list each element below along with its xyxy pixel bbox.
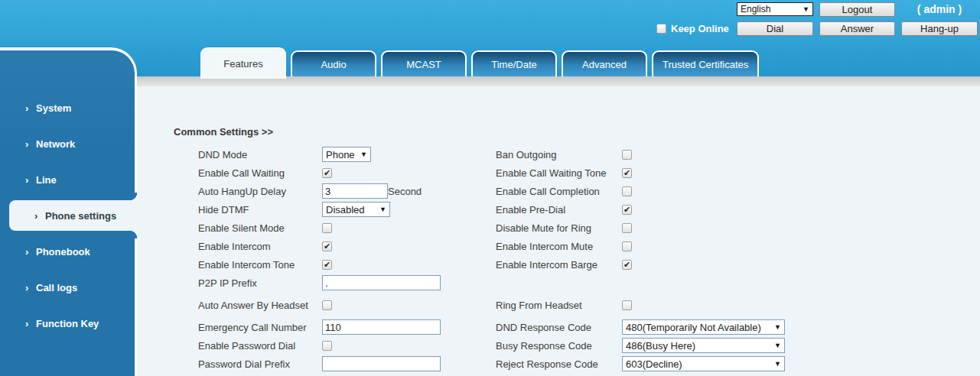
enable-intercom-checkbox[interactable]: ✔ [322, 241, 332, 251]
keep-online-checkbox[interactable] [656, 24, 666, 34]
sidebar-item-label: Phone settings [45, 210, 116, 222]
language-select[interactable]: English ▼ [737, 2, 813, 16]
form-row: Emergency Call NumberDND Response Code48… [198, 318, 785, 336]
form-field-cell: Phone▼ [322, 147, 496, 162]
enable-call-waiting-tone-label: Enable Call Waiting Tone [496, 167, 607, 179]
form-row: Enable Silent ModeDisable Mute for Ring [198, 219, 785, 237]
form-label-cell: Enable Call Waiting Tone [496, 167, 622, 179]
chevron-right-icon: › [25, 246, 33, 258]
emergency-call-number-label: Emergency Call Number [198, 322, 307, 333]
busy-response-code-select[interactable]: 486(Busy Here)▼ [622, 338, 785, 353]
sidebar-item-network[interactable]: ›Network [0, 126, 135, 162]
tab-audio[interactable]: Audio [291, 50, 376, 76]
ban-outgoing-checkbox[interactable] [622, 150, 632, 160]
dnd-mode-select[interactable]: Phone▼ [322, 147, 371, 162]
enable-password-dial-label: Enable Password Dial [198, 340, 295, 352]
auto-hangup-delay-label: Auto HangUp Delay [198, 186, 286, 197]
form-label-cell: Enable Intercom Barge [496, 259, 622, 271]
form-row: P2P IP Prefix [198, 274, 785, 292]
chevron-right-icon: › [25, 282, 33, 293]
form-field-cell: ✔ [322, 168, 496, 178]
form-field-cell [622, 223, 785, 233]
emergency-call-number-input[interactable] [322, 319, 441, 335]
ring-from-headset-label: Ring From Headset [496, 300, 582, 311]
enable-intercom-barge-label: Enable Intercom Barge [496, 259, 597, 271]
form-row: Auto HangUp DelaySecondEnable Call Compl… [198, 182, 785, 200]
chevron-right-icon: › [25, 174, 33, 186]
section-title: Common Settings >> [174, 126, 273, 138]
form-field-cell [322, 275, 496, 290]
chevron-right-icon: › [25, 138, 33, 150]
hangup-button[interactable]: Hang-up [901, 21, 978, 36]
form-label-cell: Enable Call Completion [496, 186, 622, 197]
auto-hangup-delay-input[interactable] [322, 183, 388, 199]
tab-mcast[interactable]: MCAST [381, 50, 467, 76]
form-label-cell: Enable Silent Mode [198, 222, 322, 234]
form-field-cell: ✔ [322, 241, 496, 251]
chevron-down-icon: ▼ [774, 323, 781, 331]
enable-call-waiting-label: Enable Call Waiting [198, 167, 285, 179]
form-field-cell: Disabled▼ [322, 202, 496, 217]
form-label-cell: Busy Response Code [496, 340, 622, 352]
ring-from-headset-checkbox[interactable] [622, 300, 632, 310]
tab-features[interactable]: Features [200, 47, 286, 79]
form-row: Password Dial PrefixReject Response Code… [198, 355, 785, 373]
form-label-cell: Enable Intercom Tone [198, 259, 322, 271]
select-value: Disabled [326, 204, 365, 216]
form-label-cell: Password Dial Prefix [198, 358, 322, 370]
dnd-response-code-select[interactable]: 480(Temporarily Not Available)▼ [622, 319, 785, 335]
sidebar-item-phonebook[interactable]: ›Phonebook [0, 234, 135, 270]
reject-response-code-select[interactable]: 603(Decline)▼ [622, 356, 785, 371]
disable-mute-for-ring-checkbox[interactable] [622, 223, 632, 233]
form-field-cell [322, 223, 496, 233]
select-value: Phone [326, 149, 355, 160]
chevron-down-icon: ▼ [774, 360, 781, 368]
hide-dtmf-select[interactable]: Disabled▼ [322, 202, 390, 217]
sidebar-item-label: System [36, 102, 71, 114]
enable-intercom-barge-checkbox[interactable]: ✔ [622, 260, 632, 270]
sidebar-nav: ›System›Network›Line›Phone settings›Phon… [0, 50, 135, 376]
enable-silent-mode-checkbox[interactable] [322, 223, 332, 233]
form-field-cell: ✔ [622, 168, 785, 178]
enable-silent-mode-label: Enable Silent Mode [198, 222, 285, 234]
sidebar-item-system[interactable]: ›System [0, 90, 135, 126]
enable-call-waiting-checkbox[interactable]: ✔ [322, 168, 332, 178]
dial-button[interactable]: Dial [737, 21, 813, 36]
chevron-right-icon: › [25, 102, 33, 114]
form-field-cell [622, 186, 785, 196]
form-field-cell [322, 341, 496, 351]
sidebar-item-call-logs[interactable]: ›Call logs [0, 270, 135, 306]
form-label-cell: DND Mode [198, 149, 322, 160]
sidebar-item-line[interactable]: ›Line [0, 162, 135, 198]
form-field-cell [322, 356, 496, 371]
auto-hangup-delay-suffix: Second [388, 186, 422, 197]
form-row: Enable Intercom✔Enable Intercom Mute [198, 237, 785, 255]
tab-trusted-certificates[interactable]: Trusted Certificates [652, 50, 759, 76]
sidebar-item-phone-settings[interactable]: ›Phone settings [9, 200, 137, 231]
form-label-cell: Auto Answer By Headset [198, 300, 322, 311]
enable-intercom-mute-checkbox[interactable] [622, 241, 632, 251]
admin-user-label: ( admin ) [901, 3, 978, 15]
select-value: 486(Busy Here) [626, 340, 695, 352]
answer-button[interactable]: Answer [819, 21, 895, 36]
enable-intercom-mute-label: Enable Intercom Mute [496, 241, 593, 252]
enable-password-dial-checkbox[interactable] [322, 341, 332, 351]
logout-button[interactable]: Logout [819, 2, 895, 17]
p2p-ip-prefix-input[interactable] [322, 275, 441, 290]
enable-call-completion-checkbox[interactable] [622, 186, 632, 196]
form-label-cell: Ban Outgoing [496, 149, 622, 160]
tab-time-date[interactable]: Time/Date [471, 50, 557, 76]
ban-outgoing-label: Ban Outgoing [496, 149, 557, 160]
auto-answer-by-headset-checkbox[interactable] [322, 300, 332, 310]
enable-intercom-tone-checkbox[interactable]: ✔ [322, 260, 332, 270]
form-field-cell: ✔ [622, 260, 785, 270]
form-label-cell: Auto HangUp Delay [198, 186, 322, 197]
enable-pre-dial-checkbox[interactable]: ✔ [622, 205, 632, 215]
tab-advanced[interactable]: Advanced [562, 50, 647, 76]
password-dial-prefix-input[interactable] [322, 356, 441, 371]
form-label-cell: Enable Pre-Dial [496, 204, 622, 216]
form-row: Hide DTMFDisabled▼Enable Pre-Dial✔ [198, 200, 785, 219]
enable-call-waiting-tone-checkbox[interactable]: ✔ [622, 168, 632, 178]
sidebar-item-function-key[interactable]: ›Function Key [0, 306, 135, 342]
sidebar-item-label: Phonebook [36, 246, 90, 258]
